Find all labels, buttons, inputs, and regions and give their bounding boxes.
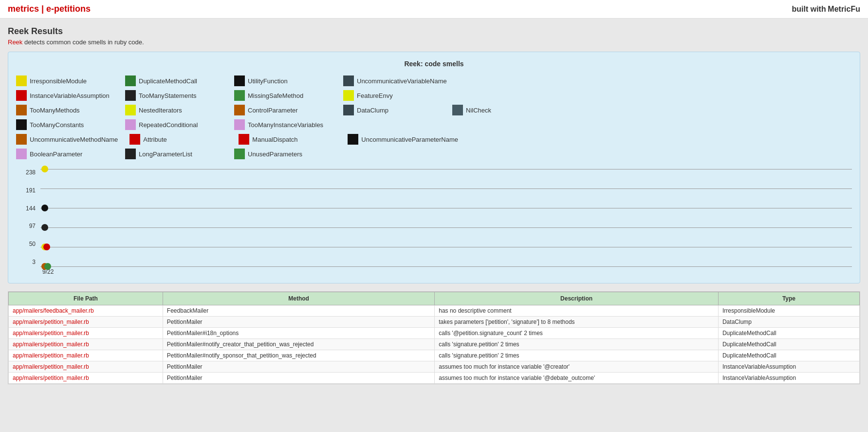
color-swatch xyxy=(234,119,245,130)
legend-label: NilCheck xyxy=(466,107,491,114)
cell-method: PetitionMailer xyxy=(163,373,434,384)
legend-item: MissingSafeMethod xyxy=(234,90,332,101)
color-swatch xyxy=(234,149,245,159)
cell-type: IrresponsibleModule xyxy=(718,305,859,317)
chart-container: Reek: code smells IrresponsibleModule Du… xyxy=(8,52,860,283)
color-swatch xyxy=(129,134,140,145)
legend-item: DataClump xyxy=(343,105,441,115)
legend-item: NestedIterators xyxy=(125,105,222,115)
table-row: app/mailers/feedback_mailer.rbFeedbackMa… xyxy=(9,305,860,317)
cell-method: PetitionMailer#notify_creator_that_petit… xyxy=(163,339,434,350)
cell-type: DuplicateMethodCall xyxy=(718,350,859,361)
chart-gridline xyxy=(40,169,852,169)
color-swatch xyxy=(125,105,136,115)
color-swatch xyxy=(16,105,27,115)
legend-label: UtilityFunction xyxy=(248,77,288,85)
cell-file: app/mailers/petition_mailer.rb xyxy=(9,328,163,339)
legend-item: UtilityFunction xyxy=(234,75,332,86)
color-swatch xyxy=(125,90,136,101)
legend-label: TooManyMethods xyxy=(30,107,80,114)
color-swatch xyxy=(16,119,27,130)
legend-label: TooManyConstants xyxy=(30,121,84,129)
color-swatch xyxy=(239,134,249,145)
chart-gridline xyxy=(40,188,852,189)
top-bar: metrics | e-petitions built with MetricF… xyxy=(0,0,868,19)
cell-type: DuplicateMethodCall xyxy=(718,339,859,350)
y-label-191: 191 xyxy=(26,187,37,194)
cell-file: app/mailers/feedback_mailer.rb xyxy=(9,305,163,317)
cell-description: takes parameters ['petition', 'signature… xyxy=(435,317,719,328)
reek-link[interactable]: Reek xyxy=(8,38,22,46)
legend-item: UnusedParameters xyxy=(234,149,332,159)
legend-label: BooleanParameter xyxy=(30,150,82,158)
legend-label: TooManyInstanceVariables xyxy=(248,121,323,129)
table-row: app/mailers/petition_mailer.rbPetitionMa… xyxy=(9,328,860,339)
legend-label: FeatureEnvy xyxy=(357,92,393,99)
legend-item: IrresponsibleModule xyxy=(16,75,113,86)
cell-method: PetitionMailer#i18n_options xyxy=(163,328,434,339)
legend-item: BooleanParameter xyxy=(16,149,113,159)
color-swatch xyxy=(348,134,358,145)
table-header: File Path Method Description Type xyxy=(9,292,860,305)
y-axis: 238 191 144 97 50 3 xyxy=(16,169,40,275)
site-title: metrics | e-petitions xyxy=(8,4,91,14)
cell-description: calls 'signature.petition' 2 times xyxy=(435,350,719,361)
legend-item: UncommunicativeMethodName xyxy=(16,134,118,145)
color-swatch xyxy=(125,75,136,86)
y-label-50: 50 xyxy=(29,241,37,247)
results-table: File Path Method Description Type app/ma… xyxy=(8,292,860,384)
col-method: Method xyxy=(163,292,434,305)
y-label-144: 144 xyxy=(26,205,37,212)
col-filepath: File Path xyxy=(9,292,163,305)
y-label-238: 238 xyxy=(26,169,37,176)
legend-label: ControlParameter xyxy=(248,107,298,114)
cell-method: FeedbackMailer xyxy=(163,305,434,317)
legend-grid: IrresponsibleModule DuplicateMethodCall … xyxy=(16,75,852,159)
legend-row-6: BooleanParameter LongParameterList Unuse… xyxy=(16,149,852,159)
color-swatch xyxy=(343,75,354,86)
legend-item: ControlParameter xyxy=(234,105,332,115)
table-row: app/mailers/petition_mailer.rbPetitionMa… xyxy=(9,339,860,350)
cell-method: PetitionMailer#notify_sponsor_that_petit… xyxy=(163,350,434,361)
legend-label: DuplicateMethodCall xyxy=(139,77,197,85)
color-swatch xyxy=(452,105,463,115)
cell-method: PetitionMailer xyxy=(163,317,434,328)
col-description: Description xyxy=(435,292,719,305)
legend-item: UncommunicativeParameterName xyxy=(348,134,458,145)
table-row: app/mailers/petition_mailer.rbPetitionMa… xyxy=(9,317,860,328)
legend-item: TooManyConstants xyxy=(16,119,113,130)
color-swatch xyxy=(234,75,245,86)
table-row: app/mailers/petition_mailer.rbPetitionMa… xyxy=(9,361,860,373)
legend-label: DataClump xyxy=(357,107,388,114)
legend-item: Attribute xyxy=(129,134,227,145)
color-swatch xyxy=(16,90,27,101)
color-swatch xyxy=(125,149,136,159)
legend-item: UncommunicativeVariableName xyxy=(343,75,447,86)
x-label: 9/22 xyxy=(40,268,852,275)
legend-item: TooManyStatements xyxy=(125,90,222,101)
legend-label: UnusedParameters xyxy=(248,150,302,158)
legend-row-2: InstanceVariableAssumption TooManyStatem… xyxy=(16,90,852,101)
color-swatch xyxy=(343,105,354,115)
legend-label: LongParameterList xyxy=(139,150,192,158)
cell-description: has no descriptive comment xyxy=(435,305,719,317)
cell-description: assumes too much for instance variable '… xyxy=(435,373,719,384)
legend-label: InstanceVariableAssumption xyxy=(30,92,110,99)
built-with: built with MetricFu xyxy=(792,5,861,14)
legend-label: IrresponsibleModule xyxy=(30,77,87,85)
chart-gridline xyxy=(40,208,852,208)
color-swatch xyxy=(16,75,27,86)
cell-file: app/mailers/petition_mailer.rb xyxy=(9,361,163,373)
legend-item: TooManyMethods xyxy=(16,105,113,115)
epetitions-label: e-petitions xyxy=(46,4,91,14)
chart-vis: 238 191 144 97 50 3 xyxy=(16,169,852,275)
color-swatch xyxy=(234,90,245,101)
table-header-row: File Path Method Description Type xyxy=(9,292,860,305)
color-swatch xyxy=(16,149,27,159)
chart-dot xyxy=(41,205,48,211)
legend-row-4: TooManyConstants RepeatedConditional Too… xyxy=(16,119,852,130)
color-swatch xyxy=(125,119,136,130)
chart-dot xyxy=(43,244,50,250)
table-row: app/mailers/petition_mailer.rbPetitionMa… xyxy=(9,373,860,384)
cell-description: assumes too much for instance variable '… xyxy=(435,361,719,373)
